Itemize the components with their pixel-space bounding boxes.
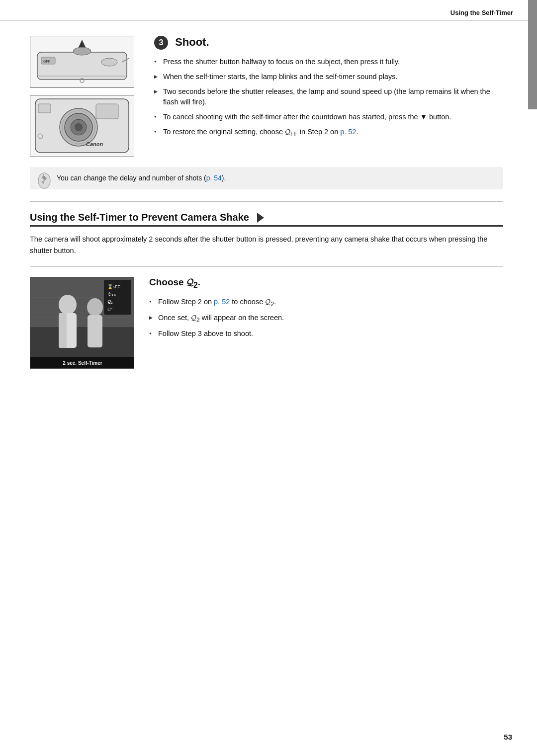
- svg-text:2 sec. Self-Timer: 2 sec. Self-Timer: [63, 360, 102, 366]
- page-number: 53: [504, 733, 512, 741]
- side-tab: [528, 0, 537, 109]
- pencil-icon: [37, 172, 52, 189]
- camera-bottom-svg: Canon: [31, 96, 133, 156]
- shoot-bullet-list: Press the shutter button halfway to focu…: [154, 57, 503, 139]
- note-text: You can change the delay and number of s…: [57, 174, 226, 182]
- svg-point-30: [87, 298, 103, 316]
- choose-bullet-3: Follow Step 3 above to shoot.: [149, 329, 503, 339]
- shoot-bullet-5: To restore the original setting, choose …: [154, 127, 503, 139]
- svg-rect-29: [59, 313, 67, 348]
- shoot-section: OFF: [30, 36, 503, 157]
- choose-bullet-1: Follow Step 2 on p. 52 to choose 𝓠2.: [149, 297, 503, 309]
- section-divider-2: [30, 266, 503, 267]
- svg-text:OFF: OFF: [43, 60, 50, 63]
- prevent-shake-desc: The camera will shoot approximately 2 se…: [30, 234, 503, 256]
- svg-point-27: [59, 295, 77, 315]
- link-p52-shoot[interactable]: p. 52: [340, 128, 356, 136]
- svg-text:𝓠ᶟ: 𝓠ᶟ: [107, 307, 112, 312]
- svg-text:⌛₀FF: ⌛₀FF: [107, 284, 120, 290]
- prevent-shake-heading: Using the Self-Timer to Prevent Camera S…: [30, 212, 503, 227]
- choose-bullet-2: Once set, 𝓠2 will appear on the screen.: [149, 313, 503, 325]
- section-divider-1: [30, 201, 503, 202]
- camera-top-image: OFF: [30, 36, 134, 88]
- shoot-bullet-4: To cancel shooting with the self-timer a…: [154, 112, 503, 123]
- svg-marker-2: [79, 40, 86, 47]
- link-p54[interactable]: p. 54: [206, 174, 222, 182]
- shoot-bullet-1: Press the shutter button halfway to focu…: [154, 57, 503, 68]
- svg-text:Canon: Canon: [86, 141, 103, 147]
- step-number: 3: [154, 36, 168, 50]
- shoot-images: OFF: [30, 36, 139, 157]
- note-box: You can change the delay and number of s…: [30, 167, 503, 189]
- shoot-bullet-3: Two seconds before the shutter releases,…: [154, 86, 503, 108]
- svg-rect-15: [38, 104, 51, 113]
- page-header: Using the Self-Timer: [0, 0, 528, 21]
- camera-top-svg: OFF: [32, 37, 132, 87]
- svg-rect-0: [37, 52, 127, 80]
- camera-bottom-image: Canon: [30, 95, 134, 157]
- main-content: OFF: [0, 21, 528, 384]
- shoot-title: 3 Shoot.: [154, 36, 503, 50]
- shoot-text: 3 Shoot. Press the shutter button halfwa…: [154, 36, 503, 157]
- svg-point-17: [38, 134, 43, 139]
- header-title: Using the Self-Timer: [450, 9, 513, 16]
- svg-rect-31: [88, 315, 102, 347]
- svg-text:𝓠₂: 𝓠₂: [107, 299, 113, 304]
- svg-point-13: [75, 123, 83, 131]
- self-timer-photo-svg: ⌛₀FF ⏱₁₀ 𝓠₂ 𝓠ᶟ 2 sec. Self-Timer: [30, 277, 134, 369]
- svg-text:⏱₁₀: ⏱₁₀: [107, 292, 116, 297]
- shoot-bullet-2: When the self-timer starts, the lamp bli…: [154, 72, 503, 83]
- choose-title: Choose 𝓠2.: [149, 277, 503, 290]
- choose-bullet-list: Follow Step 2 on p. 52 to choose 𝓠2. Onc…: [149, 297, 503, 339]
- heading-arrow-icon: [257, 213, 264, 223]
- svg-rect-14: [96, 104, 118, 119]
- choose-section: ⌛₀FF ⏱₁₀ 𝓠₂ 𝓠ᶟ 2 sec. Self-Timer Choose …: [30, 277, 503, 369]
- self-timer-image: ⌛₀FF ⏱₁₀ 𝓠₂ 𝓠ᶟ 2 sec. Self-Timer: [30, 277, 134, 369]
- svg-point-1: [73, 47, 91, 55]
- choose-text: Choose 𝓠2. Follow Step 2 on p. 52 to cho…: [149, 277, 503, 369]
- link-p52-choose[interactable]: p. 52: [214, 298, 230, 306]
- svg-point-5: [101, 58, 117, 66]
